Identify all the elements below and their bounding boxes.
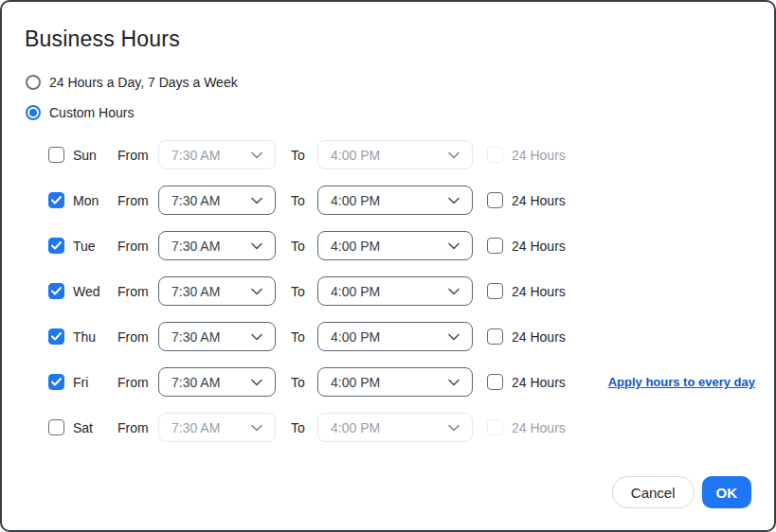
chevron-down-icon <box>448 379 460 386</box>
from-label: From <box>117 193 158 208</box>
to-time-select[interactable]: 4:00 PM <box>317 322 473 351</box>
check-icon <box>51 332 62 341</box>
24-hours-label: 24 Hours <box>512 239 566 254</box>
to-time-value: 4:00 PM <box>331 329 380 345</box>
from-label: From <box>117 329 158 345</box>
24-hours-checkbox[interactable] <box>487 192 503 208</box>
day-checkbox[interactable] <box>48 147 64 163</box>
page-title: Business Hours <box>25 27 180 52</box>
24-hours-checkbox[interactable] <box>487 147 503 163</box>
day-checkbox[interactable] <box>48 328 64 345</box>
from-time-value: 7:30 AM <box>171 375 220 390</box>
from-time-select[interactable]: 7:30 AM <box>158 186 276 215</box>
day-label: Sun <box>73 148 117 163</box>
to-time-value: 4:00 PM <box>331 284 380 299</box>
chevron-down-icon <box>251 151 262 159</box>
from-time-value: 7:30 AM <box>171 284 220 299</box>
to-label: To <box>291 284 317 299</box>
to-time-value: 4:00 PM <box>331 148 380 163</box>
from-label: From <box>117 420 158 435</box>
24-hours-label: 24 Hours <box>512 193 566 208</box>
dialog-footer: Cancel OK <box>612 476 751 508</box>
to-label: To <box>291 193 317 208</box>
radio-option-custom-hours[interactable]: Custom Hours <box>26 104 134 120</box>
day-row: Fri From 7:30 AM To 4:00 PM 24 Hours App… <box>48 367 755 397</box>
radio-option-24-7[interactable]: 24 Hours a Day, 7 Days a Week <box>26 74 238 90</box>
to-label: To <box>291 148 317 163</box>
chevron-down-icon <box>251 333 262 341</box>
chevron-down-icon <box>251 379 262 386</box>
apply-hours-link[interactable]: Apply hours to every day <box>608 375 755 389</box>
24-hours-checkbox[interactable] <box>487 238 503 254</box>
from-time-select[interactable]: 7:30 AM <box>158 413 276 442</box>
check-icon <box>51 241 62 250</box>
chevron-down-icon <box>448 424 460 432</box>
24-hours-label: 24 Hours <box>512 329 566 345</box>
day-checkbox[interactable] <box>48 283 64 299</box>
radio-label: 24 Hours a Day, 7 Days a Week <box>49 75 238 90</box>
from-time-select[interactable]: 7:30 AM <box>158 140 276 169</box>
from-time-value: 7:30 AM <box>171 329 220 345</box>
24-hours-label: 24 Hours <box>512 420 566 435</box>
24-hours-checkbox[interactable] <box>487 328 503 345</box>
chevron-down-icon <box>448 151 460 159</box>
radio-icon[interactable] <box>26 75 41 90</box>
chevron-down-icon <box>251 242 262 250</box>
to-time-value: 4:00 PM <box>331 239 380 254</box>
to-time-value: 4:00 PM <box>331 375 380 390</box>
to-time-select[interactable]: 4:00 PM <box>317 367 473 397</box>
24-hours-checkbox[interactable] <box>487 283 503 299</box>
radio-icon-selected[interactable] <box>26 105 41 120</box>
from-time-select[interactable]: 7:30 AM <box>158 367 276 397</box>
from-time-select[interactable]: 7:30 AM <box>158 276 276 306</box>
to-time-value: 4:00 PM <box>331 420 380 435</box>
day-row: Thu From 7:30 AM To 4:00 PM 24 Hours <box>48 322 755 351</box>
chevron-down-icon <box>448 197 460 204</box>
day-row: Sun From 7:30 AM To 4:00 PM 24 Hours <box>48 140 755 169</box>
to-time-select[interactable]: 4:00 PM <box>317 140 473 169</box>
day-row: Tue From 7:30 AM To 4:00 PM 24 Hours <box>48 231 755 260</box>
day-checkbox[interactable] <box>48 238 64 254</box>
day-checkbox[interactable] <box>48 419 64 435</box>
from-time-value: 7:30 AM <box>171 148 220 163</box>
chevron-down-icon <box>251 197 262 204</box>
24-hours-label: 24 Hours <box>512 148 566 163</box>
to-time-select[interactable]: 4:00 PM <box>317 231 473 260</box>
to-time-select[interactable]: 4:00 PM <box>317 276 473 306</box>
from-time-value: 7:30 AM <box>171 239 220 254</box>
day-row: Wed From 7:30 AM To 4:00 PM 24 Hours <box>48 276 755 306</box>
chevron-down-icon <box>448 333 460 341</box>
from-time-value: 7:30 AM <box>171 420 220 435</box>
day-row: Sat From 7:30 AM To 4:00 PM 24 Hours <box>48 413 755 442</box>
check-icon <box>51 287 62 295</box>
from-time-select[interactable]: 7:30 AM <box>158 322 276 351</box>
to-label: To <box>291 329 317 345</box>
chevron-down-icon <box>448 242 460 250</box>
24-hours-checkbox[interactable] <box>487 374 503 390</box>
day-label: Thu <box>73 329 117 345</box>
radio-label: Custom Hours <box>49 105 134 120</box>
day-checkbox[interactable] <box>48 192 64 208</box>
day-checkbox[interactable] <box>48 374 64 390</box>
chevron-down-icon <box>251 424 262 432</box>
day-label: Tue <box>73 239 117 254</box>
check-icon <box>51 196 62 204</box>
24-hours-checkbox[interactable] <box>487 419 503 435</box>
to-time-select[interactable]: 4:00 PM <box>317 186 473 215</box>
from-time-value: 7:30 AM <box>171 193 220 208</box>
business-hours-dialog: Business Hours 24 Hours a Day, 7 Days a … <box>0 0 776 532</box>
to-time-select[interactable]: 4:00 PM <box>317 413 473 442</box>
to-label: To <box>291 375 317 390</box>
day-label: Mon <box>73 193 117 208</box>
check-icon <box>51 378 62 386</box>
ok-button[interactable]: OK <box>702 476 752 508</box>
chevron-down-icon <box>251 288 262 295</box>
day-rows: Sun From 7:30 AM To 4:00 PM 24 Hours <box>48 140 755 458</box>
to-label: To <box>291 239 317 254</box>
from-time-select[interactable]: 7:30 AM <box>158 231 276 260</box>
chevron-down-icon <box>448 288 460 295</box>
24-hours-label: 24 Hours <box>512 284 566 299</box>
cancel-button[interactable]: Cancel <box>612 476 695 508</box>
day-label: Fri <box>73 375 117 390</box>
day-label: Wed <box>73 284 117 299</box>
